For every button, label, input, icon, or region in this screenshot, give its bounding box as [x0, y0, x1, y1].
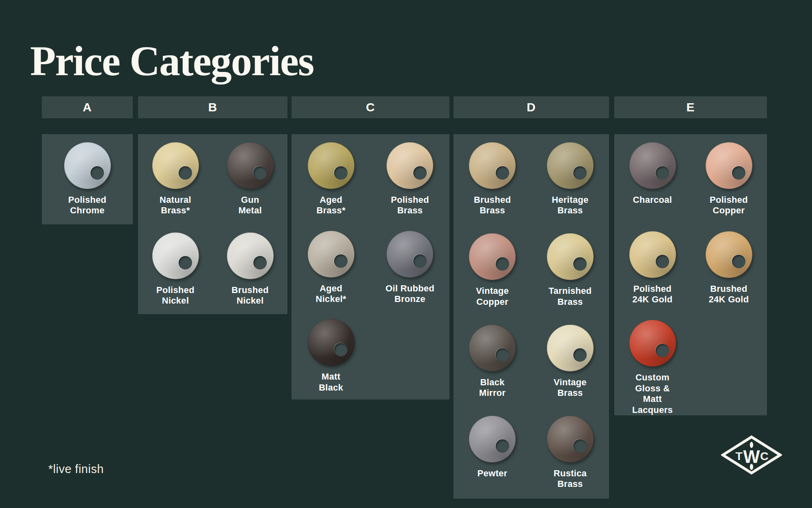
swatch-tarnished-brass [547, 233, 594, 280]
finish-label-aged-brass: Aged Brass* [316, 195, 346, 216]
finish-brushed-nickel: Brushed Nickel [213, 224, 287, 315]
category-header-d: D [454, 96, 609, 118]
swatch-hole-icon [573, 439, 587, 453]
finish-label-charcoal: Charcoal [633, 195, 672, 205]
swatch-hole-icon [253, 256, 267, 269]
swatch-oil-rubbed-bronze [387, 231, 433, 278]
swatch-brushed-24k-gold [706, 231, 752, 278]
swatch-hole-icon [179, 166, 192, 180]
category-panel-c: Aged Brass*Polished BrassAged Nickel*Oil… [292, 134, 449, 399]
swatch-hole-icon [732, 255, 745, 268]
swatch-hole-icon [334, 166, 348, 180]
swatch-gun-metal [227, 142, 274, 189]
finish-row: Polished 24K GoldBrushed 24K Gold [614, 223, 767, 312]
finish-aged-brass: Aged Brass* [292, 134, 371, 223]
swatch-hole-icon [573, 166, 587, 180]
finish-natural-brass: Natural Brass* [138, 134, 213, 224]
finish-charcoal: Charcoal [614, 134, 691, 223]
finish-aged-nickel: Aged Nickel* [292, 223, 371, 311]
finish-label-gun-metal: Gun Metal [238, 195, 262, 216]
swatch-vintage-brass [547, 325, 594, 371]
finish-label-heritage-brass: Heritage Brass [552, 195, 588, 216]
finish-label-brushed-24k-gold: Brushed 24K Gold [709, 284, 749, 305]
finish-matt-black: Matt Black [292, 311, 371, 399]
finish-row: Brushed BrassHeritage Brass [454, 134, 609, 225]
finish-row: CharcoalPolished Copper [614, 134, 767, 223]
swatch-hole-icon [656, 255, 669, 268]
swatch-hole-icon [91, 166, 104, 180]
logo-letter-t: T [736, 449, 743, 462]
finish-pewter: Pewter [454, 408, 531, 499]
category-header-a: A [42, 96, 133, 118]
finish-polished-copper: Polished Copper [691, 134, 767, 223]
finish-brushed-24k-gold: Brushed 24K Gold [691, 223, 767, 312]
swatch-hole-icon [573, 257, 587, 271]
finish-label-polished-copper: Polished Copper [710, 195, 748, 216]
finish-row: Matt Black [292, 311, 449, 399]
finish-row: Aged Brass*Polished Brass [292, 134, 449, 223]
finish-label-natural-brass: Natural Brass* [160, 195, 191, 216]
category-panel-e: CharcoalPolished CopperPolished 24K Gold… [614, 134, 767, 415]
swatch-matt-black [308, 319, 354, 366]
finish-label-vintage-copper: Vintage Copper [476, 286, 509, 307]
finish-oil-rubbed-bronze: Oil Rubbed Bronze [371, 223, 450, 311]
swatch-polished-brass [387, 142, 433, 189]
swatch-polished-chrome [64, 142, 111, 189]
finish-row: Vintage CopperTarnished Brass [454, 225, 609, 316]
category-header-c: C [292, 96, 449, 118]
finish-label-rustica-brass: Rustica Brass [553, 468, 587, 490]
swatch-brushed-nickel [227, 232, 274, 279]
swatch-hole-icon [656, 344, 669, 357]
finish-row: Black MirrorVintage Brass [454, 317, 609, 408]
finish-label-oil-rubbed-bronze: Oil Rubbed Bronze [386, 283, 434, 305]
swatch-hole-icon [253, 166, 267, 180]
finish-label-vintage-brass: Vintage Brass [554, 377, 587, 399]
swatch-hole-icon [496, 439, 509, 453]
finish-polished-chrome: Polished Chrome [42, 134, 133, 224]
finish-label-brushed-nickel: Brushed Nickel [231, 285, 268, 306]
finish-row: Aged Nickel*Oil Rubbed Bronze [292, 223, 449, 311]
twc-logo: T W C [721, 435, 782, 475]
finish-vintage-brass: Vintage Brass [531, 317, 609, 408]
finish-label-polished-24k-gold: Polished 24K Gold [633, 284, 673, 305]
swatch-black-mirror [469, 325, 516, 371]
swatch-polished-copper [706, 142, 752, 189]
swatch-hole-icon [496, 166, 509, 180]
finish-label-tarnished-brass: Tarnished Brass [549, 286, 592, 307]
category-panel-a: Polished Chrome [42, 134, 133, 224]
finish-black-mirror: Black Mirror [454, 317, 531, 408]
swatch-hole-icon [656, 166, 669, 180]
finish-tarnished-brass: Tarnished Brass [531, 225, 609, 316]
logo-letter-w: W [743, 447, 760, 467]
finish-row: PewterRustica Brass [454, 408, 609, 499]
page-title: Price Categories [30, 40, 314, 82]
swatch-hole-icon [413, 166, 427, 180]
finish-row: Natural Brass*Gun Metal [138, 134, 287, 224]
finish-label-black-mirror: Black Mirror [479, 377, 505, 399]
logo-letter-c: C [760, 449, 769, 462]
finish-row: Custom Gloss & Matt Lacquers [614, 312, 767, 415]
finish-row: Polished NickelBrushed Nickel [138, 224, 287, 315]
finish-label-pewter: Pewter [477, 468, 508, 479]
swatch-brushed-brass [469, 142, 516, 189]
finish-label-aged-nickel: Aged Nickel* [316, 283, 346, 305]
swatch-polished-nickel [152, 232, 199, 279]
finish-brushed-brass: Brushed Brass [454, 134, 531, 225]
swatch-hole-icon [732, 166, 745, 180]
finish-polished-brass: Polished Brass [371, 134, 450, 223]
finish-rustica-brass: Rustica Brass [531, 408, 609, 499]
swatch-natural-brass [152, 142, 199, 189]
live-finish-footnote: *live finish [48, 462, 104, 476]
swatch-hole-icon [496, 348, 509, 362]
swatch-hole-icon [496, 257, 509, 271]
finish-gun-metal: Gun Metal [213, 134, 287, 224]
swatch-hole-icon [334, 254, 348, 268]
category-header-b: B [138, 96, 287, 118]
category-panel-b: Natural Brass*Gun MetalPolished NickelBr… [138, 134, 287, 314]
finish-row: Polished Chrome [42, 134, 133, 224]
price-categories-page: Price Categories APolished ChromeBNatura… [0, 0, 812, 508]
finish-label-custom-gloss-matt-lacquers: Custom Gloss & Matt Lacquers [632, 372, 673, 415]
swatch-hole-icon [573, 348, 587, 362]
swatch-aged-nickel [308, 231, 354, 278]
swatch-hole-icon [179, 256, 192, 269]
